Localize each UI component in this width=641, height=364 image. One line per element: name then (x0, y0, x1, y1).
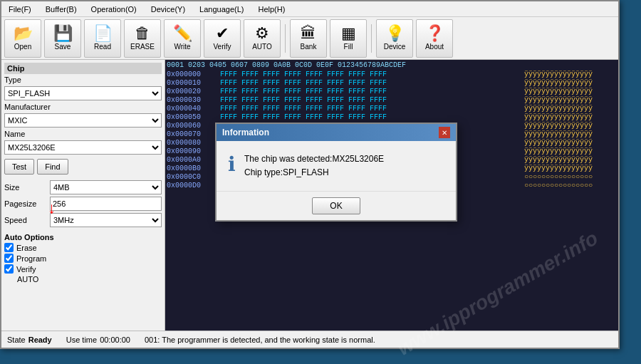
fill-button[interactable]: ▦ Fill (330, 19, 367, 58)
hex-ascii: ÿÿÿÿÿÿÿÿÿÿÿÿÿÿÿÿ (524, 156, 617, 164)
hex-bytes: FFFF FFFF FFFF FFFF FFFF FFFF FFFF FFFF (220, 71, 524, 78)
state-label: State (7, 336, 26, 344)
device-button[interactable]: 💡 Device (376, 19, 413, 58)
program-checkbox-row: Program (4, 254, 162, 263)
info-icon: ℹ (228, 152, 236, 176)
hex-ascii: ÿÿÿÿÿÿÿÿÿÿÿÿÿÿÿÿ (524, 88, 617, 95)
erase-checkbox[interactable] (4, 243, 14, 252)
speed-select[interactable]: 3MHz (50, 213, 162, 227)
menu-operation[interactable]: Operation(O) (87, 4, 141, 15)
menu-language[interactable]: Language(L) (195, 4, 248, 15)
write-button[interactable]: ✏️ Write (164, 19, 201, 58)
type-select[interactable]: SPI_FLASH (4, 86, 162, 100)
statusbar: State Ready Use time 00:00:00 001: The p… (1, 331, 618, 348)
hex-addr: 0x000060 (167, 122, 220, 130)
open-button[interactable]: 📂 Open (4, 19, 41, 58)
write-icon: ✏️ (173, 26, 192, 41)
save-icon: 💾 (53, 26, 73, 41)
device-label: Device (384, 43, 406, 51)
dialog-footer: OK (217, 191, 456, 220)
auto-options-section: Auto Options Erase Program Verify AUTO (4, 233, 162, 284)
hex-addr: 0x0000A0 (167, 156, 220, 164)
fill-label: Fill (344, 43, 353, 51)
hex-row: 0x000040 FFFF FFFF FFFF FFFF FFFF FFFF F… (167, 105, 617, 113)
hex-addr: 0x000090 (167, 147, 220, 155)
program-checkbox[interactable] (4, 254, 14, 263)
hex-row: 0x000000 FFFF FFFF FFFF FFFF FFFF FFFF F… (167, 71, 617, 78)
toolbar-divider (285, 24, 286, 53)
erase-icon: 🗑 (135, 26, 150, 41)
test-button[interactable]: Test (4, 159, 34, 175)
hex-ascii: ÿÿÿÿÿÿÿÿÿÿÿÿÿÿÿÿ (524, 105, 617, 113)
hex-addr: 0x000000 (167, 71, 220, 78)
status-message-text: 001: The programmer is detected, and the… (145, 336, 375, 344)
hex-addr: 0x000080 (167, 139, 220, 147)
main-window: File(F) Buffer(B) Operation(O) Device(Y)… (0, 0, 620, 349)
verify-checkbox-row: Verify (4, 264, 162, 274)
program-checkbox-label: Program (16, 254, 46, 263)
auto-label: AUTO (252, 43, 272, 51)
menu-file[interactable]: File(F) (4, 4, 36, 15)
type-select-row: SPI_FLASH (4, 86, 162, 100)
dialog-line1: The chip was detected:MX25L3206E (244, 152, 384, 166)
state-section: State Ready (7, 336, 52, 344)
about-icon: ❓ (425, 26, 444, 41)
manufacturer-select-row: MXIC (4, 113, 162, 128)
verify-checkbox-label: Verify (16, 265, 36, 274)
menu-help[interactable]: Help(H) (254, 4, 289, 15)
open-icon: 📂 (14, 26, 33, 41)
hex-addr: 0x000040 (167, 105, 220, 113)
name-row: Name (4, 130, 162, 138)
hex-bytes: FFFF FFFF FFFF FFFF FFFF FFFF FFFF FFFF (220, 88, 524, 95)
usetime-value: 00:00:00 (100, 336, 130, 344)
pagesize-row: Pagesize (4, 197, 162, 211)
usetime-label: Use time (66, 336, 97, 344)
verify-icon: ✔ (216, 26, 229, 41)
dialog-title: Information (222, 128, 269, 137)
manufacturer-label: Manufacturer (4, 103, 51, 111)
name-select[interactable]: MX25L3206E (4, 140, 162, 155)
ok-button[interactable]: OK (312, 197, 360, 214)
type-label: Type (4, 76, 47, 84)
dialog-body: ℹ The chip was detected:MX25L3206E Chip … (217, 141, 456, 191)
open-label: Open (14, 43, 31, 51)
info-dialog: Information ✕ ℹ The chip was detected:MX… (215, 123, 457, 222)
size-select[interactable]: 4MB (50, 180, 162, 194)
usetime-section: Use time 00:00:00 (66, 336, 130, 344)
hex-ascii: ○○○○○○○○○○○○○○○○ (524, 173, 617, 181)
pagesize-input[interactable] (50, 197, 162, 211)
auto-button[interactable]: ⚙ AUTO (244, 19, 281, 58)
verify-button[interactable]: ✔ Verify (204, 19, 241, 58)
erase-button[interactable]: 🗑 ERASE (124, 19, 161, 58)
size-row: Size 4MB (4, 180, 162, 194)
hex-addr: 0x0000D0 (167, 182, 220, 189)
auto-options-label: Auto Options (4, 233, 162, 241)
verify-checkbox[interactable] (4, 264, 14, 274)
manufacturer-select[interactable]: MXIC (4, 113, 162, 128)
left-panel: Chip Type SPI_FLASH Manufacturer MXIC Na… (1, 60, 165, 331)
find-button[interactable]: Find (37, 159, 68, 175)
read-icon: 📄 (93, 26, 113, 41)
dialog-close-button[interactable]: ✕ (439, 127, 450, 138)
type-row: Type (4, 76, 162, 84)
menu-buffer[interactable]: Buffer(B) (41, 4, 81, 15)
toolbar: 📂 Open 💾 Save 📄 Read 🗑 ERASE ✏️ Write ✔ … (1, 17, 618, 60)
auto-checkbox-label: AUTO (17, 275, 38, 284)
bank-button[interactable]: 🏛 Bank (290, 19, 327, 58)
chip-section-title: Chip (4, 63, 162, 74)
save-button[interactable]: 💾 Save (44, 19, 81, 58)
dialog-message: The chip was detected:MX25L3206E Chip ty… (244, 152, 384, 180)
read-label: Read (94, 43, 111, 51)
hex-addr: 0x000010 (167, 79, 220, 87)
read-button[interactable]: 📄 Read (84, 19, 121, 58)
hex-bytes: FFFF FFFF FFFF FFFF FFFF FFFF FFFF FFFF (220, 105, 524, 113)
size-label: Size (4, 183, 47, 192)
menu-device[interactable]: Device(Y) (147, 4, 189, 15)
dialog-titlebar: Information ✕ (217, 124, 456, 141)
hex-bytes: FFFF FFFF FFFF FFFF FFFF FFFF FFFF FFFF (220, 96, 524, 104)
manufacturer-row: Manufacturer (4, 103, 162, 111)
about-button[interactable]: ❓ About (416, 19, 453, 58)
hex-addr: 0x0000B0 (167, 165, 220, 172)
status-message: 001: The programmer is detected, and the… (145, 336, 375, 344)
erase-checkbox-row: Erase (4, 243, 162, 252)
